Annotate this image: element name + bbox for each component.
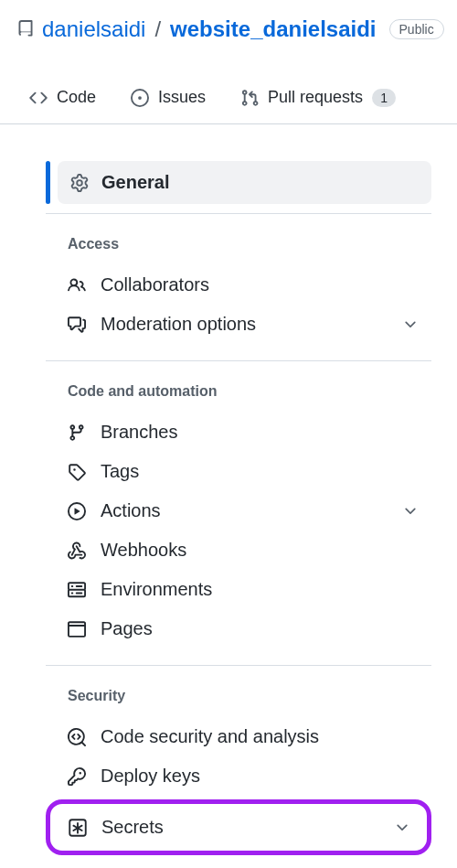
deploy-keys-label: Deploy keys	[101, 766, 419, 787]
active-indicator	[46, 161, 50, 204]
sidebar-item-general[interactable]: General	[46, 161, 431, 204]
collaborators-label: Collaborators	[101, 274, 419, 295]
sidebar-item-collaborators[interactable]: Collaborators	[46, 265, 431, 305]
repo-header: danielsaidi / website_danielsaidi Public	[0, 0, 457, 42]
repo-title: danielsaidi / website_danielsaidi Public	[16, 16, 442, 42]
people-icon	[68, 276, 86, 295]
code-security-label: Code security and analysis	[101, 726, 419, 747]
gear-icon	[70, 174, 89, 192]
sidebar-item-actions[interactable]: Actions	[46, 491, 431, 530]
sidebar-item-tags[interactable]: Tags	[46, 452, 431, 491]
git-branch-icon	[68, 423, 86, 442]
section-heading-access: Access	[46, 214, 431, 265]
browser-icon	[68, 620, 86, 638]
environments-label: Environments	[101, 579, 419, 600]
tab-issues-label: Issues	[158, 88, 206, 107]
comment-discussion-icon	[68, 316, 86, 334]
chevron-down-icon	[402, 503, 419, 520]
tab-issues[interactable]: Issues	[127, 79, 209, 123]
sidebar-item-moderation[interactable]: Moderation options	[46, 305, 431, 344]
section-heading-code-automation: Code and automation	[46, 361, 431, 413]
webhooks-label: Webhooks	[101, 540, 419, 561]
server-icon	[68, 581, 86, 599]
sidebar-item-deploy-keys[interactable]: Deploy keys	[46, 756, 431, 796]
tag-icon	[68, 463, 86, 481]
code-icon	[29, 89, 48, 107]
sidebar-item-code-security[interactable]: Code security and analysis	[46, 717, 431, 756]
moderation-label: Moderation options	[101, 314, 388, 335]
tab-code[interactable]: Code	[26, 79, 100, 123]
repo-icon	[16, 20, 35, 38]
pages-label: Pages	[101, 618, 419, 639]
owner-link[interactable]: danielsaidi	[42, 16, 145, 42]
tab-code-label: Code	[57, 88, 96, 107]
section-heading-security: Security	[46, 666, 431, 717]
tags-label: Tags	[101, 461, 419, 482]
branches-label: Branches	[101, 422, 419, 443]
asterisk-icon	[69, 819, 87, 837]
tab-pulls[interactable]: Pull requests 1	[237, 79, 399, 123]
sidebar-item-secrets[interactable]: Secrets	[54, 808, 423, 847]
sidebar-item-branches[interactable]: Branches	[46, 413, 431, 452]
highlighted-secrets: Secrets	[46, 799, 431, 855]
pull-request-icon	[240, 89, 259, 107]
pulls-count-badge: 1	[372, 89, 396, 107]
settings-sidebar: General Access Collaborators Moderation …	[0, 124, 457, 855]
sidebar-item-environments[interactable]: Environments	[46, 570, 431, 609]
chevron-down-icon	[402, 316, 419, 333]
actions-label: Actions	[101, 500, 388, 521]
issues-icon	[131, 89, 149, 107]
key-icon	[68, 767, 86, 786]
chevron-down-icon	[394, 820, 410, 836]
repo-link[interactable]: website_danielsaidi	[170, 16, 376, 42]
play-icon	[68, 502, 86, 520]
general-label: General	[101, 172, 169, 193]
repo-tabs: Code Issues Pull requests 1	[0, 42, 457, 124]
webhook-icon	[68, 541, 86, 560]
secrets-label: Secrets	[101, 817, 379, 838]
sidebar-item-pages[interactable]: Pages	[46, 609, 431, 648]
codescan-icon	[68, 728, 86, 746]
visibility-badge: Public	[389, 19, 444, 39]
sidebar-item-webhooks[interactable]: Webhooks	[46, 530, 431, 570]
tab-pulls-label: Pull requests	[268, 88, 363, 107]
slash-separator: /	[153, 16, 163, 42]
